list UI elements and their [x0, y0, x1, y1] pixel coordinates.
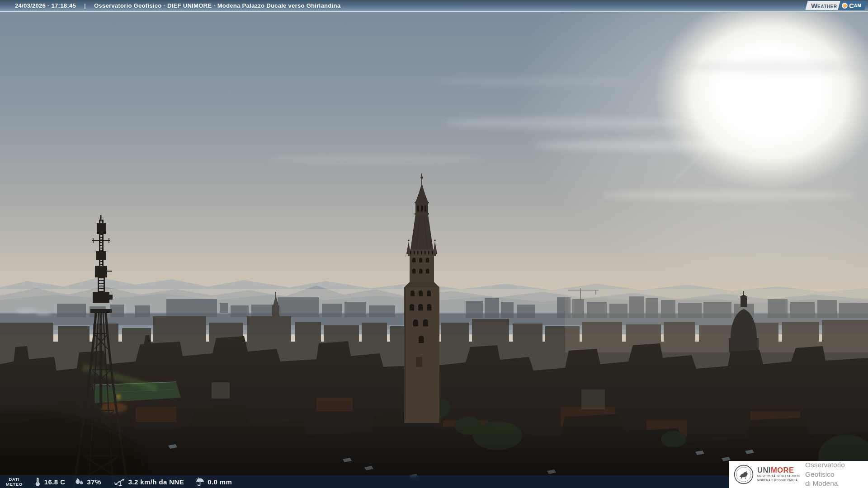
wind-group: 3.2 km/h da NNE	[114, 477, 184, 486]
unimore-brand: UNIMORE UNIVERSITÀ DEGLI STUDI DI MODENA…	[757, 466, 800, 483]
unimore-wordmark: UNIMORE	[757, 466, 800, 474]
weathercam-logo-weather: WEATHER	[806, 1, 841, 10]
brand-accent: MORE	[771, 466, 794, 474]
meteo-label: DATI METEO	[6, 477, 23, 487]
brand-primary: UNI	[757, 466, 771, 474]
meteo-label-line1: DATI	[6, 477, 23, 482]
observatory-name-line2: di Modena	[805, 479, 868, 488]
humidity-drops-icon	[74, 477, 84, 486]
unimore-seal-icon	[734, 465, 754, 484]
precipitation-value: 0.0 mm	[208, 478, 232, 486]
unimore-subtitle-line2: MODENA E REGGIO EMILIA	[757, 479, 800, 483]
unimore-logo-box: UNIMORE UNIVERSITÀ DEGLI STUDI DI MODENA…	[729, 461, 868, 488]
weathercam-logo-cam: CAM	[838, 1, 867, 10]
weather-rest: EATHER	[817, 5, 837, 9]
cam-rest: AM	[854, 3, 861, 8]
unimore-subtitle-line1: UNIVERSITÀ DEGLI STUDI DI	[757, 474, 800, 479]
observatory-name: Osservatorio Geofisico di Modena	[805, 460, 868, 488]
observatory-name-line1: Osservatorio Geofisico	[805, 460, 868, 479]
meteo-label-line2: METEO	[6, 482, 23, 487]
cam-initial: C	[849, 2, 854, 9]
webcam-photo	[0, 0, 868, 488]
datetime-text: 24/03/2026 - 17:18:45	[15, 2, 76, 9]
weathercam-logo: WEATHER CAM	[807, 1, 866, 10]
orange-dot-icon	[842, 3, 848, 9]
umbrella-icon	[195, 477, 205, 487]
temperature-group: 16.8 C	[33, 477, 66, 487]
rain-group: 0.0 mm	[195, 477, 232, 487]
timestamp-bar: 24/03/2026 - 17:18:45 | Osservatorio Geo…	[0, 0, 868, 12]
wind-value: 3.2 km/h da NNE	[128, 478, 184, 486]
camera-title: Osservatorio Geofisico - DIEF UNIMORE - …	[94, 2, 340, 9]
wind-vane-icon	[114, 477, 126, 486]
sunlit-haze	[565, 285, 868, 352]
separator: |	[84, 2, 86, 9]
weather-initial: W	[811, 2, 817, 9]
temperature-value: 16.8 C	[44, 478, 66, 486]
humidity-group: 37%	[74, 477, 101, 486]
humidity-value: 37%	[87, 478, 101, 486]
thermometer-icon	[33, 477, 42, 487]
unimore-subtitle: UNIVERSITÀ DEGLI STUDI DI MODENA E REGGI…	[757, 474, 800, 483]
